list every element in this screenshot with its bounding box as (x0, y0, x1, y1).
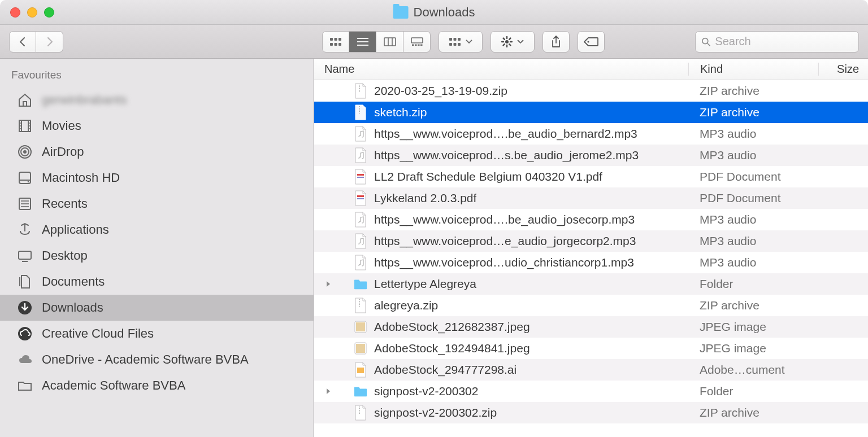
column-header-size[interactable]: Size (818, 63, 868, 76)
column-header-name[interactable]: Name (314, 63, 688, 76)
sidebar-item-applications[interactable]: Applications (0, 217, 314, 243)
sidebar-header-favourites: Favourites (0, 67, 314, 87)
folder-icon (16, 377, 34, 395)
sidebar-item-desktop[interactable]: Desktop (0, 243, 314, 269)
svg-rect-62 (357, 368, 364, 373)
share-button[interactable] (542, 31, 570, 53)
file-row[interactable]: signpost-v2-200302.zipZIP archive (314, 402, 868, 423)
sidebar-item-airdrop[interactable]: AirDrop (0, 139, 314, 165)
icon-view-button[interactable] (322, 31, 349, 53)
hdd-icon (16, 169, 34, 187)
zip-file-icon (354, 83, 367, 99)
search-input[interactable] (715, 35, 853, 48)
sidebar-item-gerwinbrabants[interactable]: gerwinbrabants (0, 87, 314, 113)
sidebar-item-onedrive-academic-software-bvba[interactable]: OneDrive - Academic Software BVBA (0, 347, 314, 373)
jpeg-file-icon (354, 319, 367, 335)
file-row[interactable]: AdobeStock_212682387.jpegJPEG image (314, 316, 868, 338)
apps-icon (16, 221, 34, 239)
svg-rect-18 (454, 38, 457, 41)
search-field[interactable] (695, 31, 859, 53)
file-row[interactable]: https__www.voiceprod…s.be_audio_jerome2.… (314, 145, 868, 166)
arrange-button[interactable] (439, 31, 483, 53)
svg-rect-16 (420, 44, 423, 46)
sidebar-item-label: Movies (42, 119, 81, 133)
disclosure-triangle-icon[interactable] (324, 281, 332, 287)
sidebar-item-macintosh-hd[interactable]: Macintosh HD (0, 165, 314, 191)
sidebar-item-label: Documents (42, 274, 105, 289)
sidebar-item-movies[interactable]: Movies (0, 113, 314, 139)
file-kind-label: MP3 audio (700, 256, 756, 269)
forward-button[interactable] (36, 31, 63, 53)
sidebar-item-academic-software-bvba[interactable]: Academic Software BVBA (0, 373, 314, 399)
svg-point-24 (587, 41, 589, 42)
file-kind-label: MP3 audio (700, 127, 756, 140)
svg-rect-47 (19, 251, 31, 259)
audio-file-icon (354, 255, 367, 270)
file-row[interactable]: sketch.zipZIP archive (314, 102, 868, 123)
close-window-button[interactable] (10, 7, 20, 18)
sidebar-item-label: Downloads (42, 300, 103, 315)
column-view-button[interactable] (376, 31, 403, 53)
svg-rect-2 (338, 38, 341, 41)
sidebar-item-downloads[interactable]: Downloads (0, 295, 314, 321)
file-name-cell: sketch.zip (314, 104, 688, 120)
back-button[interactable] (9, 31, 36, 53)
sidebar-item-label: AirDrop (42, 145, 84, 159)
sidebar-item-recents[interactable]: Recents (0, 191, 314, 217)
file-row[interactable]: 2020-03-25_13-19-09.zipZIP archive (314, 80, 868, 102)
file-name-label: sketch.zip (374, 106, 427, 119)
file-name-label: https__www.voiceprod…udio_christiancorp1… (374, 256, 634, 269)
file-name-label: signpost-v2-200302 (374, 384, 478, 398)
file-row[interactable]: https__www.voiceprod….be_audio_josecorp.… (314, 209, 868, 230)
file-row[interactable]: LL2 Draft Schedule Belgium 040320 V1.pdf… (314, 166, 868, 187)
file-name-cell: https__www.voiceprod…e_audio_jorgecorp2.… (314, 233, 688, 249)
pdf-file-icon (354, 169, 367, 185)
file-kind-label: MP3 audio (700, 234, 756, 247)
svg-rect-3 (330, 43, 333, 46)
file-kind-label: Adobe…cument (700, 363, 785, 376)
audio-file-icon (354, 233, 367, 249)
gallery-view-button[interactable] (403, 31, 431, 53)
zoom-window-button[interactable] (44, 7, 54, 18)
file-name-label: https__www.voiceprod…s.be_audio_jerome2.… (374, 148, 639, 162)
file-name-cell: https__www.voiceprod….be_audio_bernard2.… (314, 126, 688, 142)
file-name-label: AdobeStock_212682387.jpeg (374, 320, 530, 334)
svg-rect-61 (356, 344, 365, 353)
minimize-window-button[interactable] (27, 7, 37, 18)
jpeg-file-icon (354, 340, 367, 356)
file-row[interactable]: alegreya.zipZIP archive (314, 295, 868, 316)
home-icon (16, 91, 34, 109)
film-icon (16, 117, 34, 135)
tags-button[interactable] (578, 31, 605, 53)
file-row[interactable]: signpost-v2-200302Folder (314, 381, 868, 402)
cc-icon (16, 325, 34, 343)
titlebar: Downloads (0, 0, 868, 25)
zip-file-icon (354, 405, 367, 421)
sidebar-item-label: Creative Cloud Files (42, 326, 154, 341)
file-row[interactable]: Lykkeland 2.0.3.pdfPDF Document (314, 187, 868, 209)
svg-point-23 (505, 40, 509, 43)
disclosure-triangle-icon[interactable] (324, 388, 332, 395)
audio-file-icon (354, 147, 367, 163)
zip-file-icon (354, 298, 367, 313)
file-kind-label: MP3 audio (700, 148, 756, 161)
sidebar-item-creative-cloud-files[interactable]: Creative Cloud Files (0, 321, 314, 347)
file-row[interactable]: https__www.voiceprod….be_audio_bernard2.… (314, 123, 868, 145)
file-row[interactable]: AdobeStock_192494841.jpegJPEG image (314, 338, 868, 359)
column-header-kind[interactable]: Kind (688, 63, 818, 76)
file-row[interactable]: AdobeStock_294777298.aiAdobe…cument (314, 359, 868, 381)
file-kind-label: PDF Document (700, 191, 781, 204)
file-kind-label: ZIP archive (700, 406, 760, 419)
action-button[interactable] (491, 31, 535, 53)
ai-file-icon (354, 362, 367, 378)
file-row[interactable]: Lettertype AlegreyaFolder (314, 273, 868, 295)
sidebar-item-label: Macintosh HD (42, 171, 120, 185)
list-view-button[interactable] (349, 31, 376, 53)
desktop-icon (16, 247, 34, 265)
sidebar-item-documents[interactable]: Documents (0, 269, 314, 295)
share-group (542, 31, 570, 53)
file-row[interactable]: https__www.voiceprod…e_audio_jorgecorp2.… (314, 230, 868, 252)
file-name-label: https__www.voiceprod….be_audio_bernard2.… (374, 127, 637, 141)
file-row[interactable]: https__www.voiceprod…udio_christiancorp1… (314, 252, 868, 273)
file-list[interactable]: 2020-03-25_13-19-09.zipZIP archivesketch… (314, 80, 868, 437)
